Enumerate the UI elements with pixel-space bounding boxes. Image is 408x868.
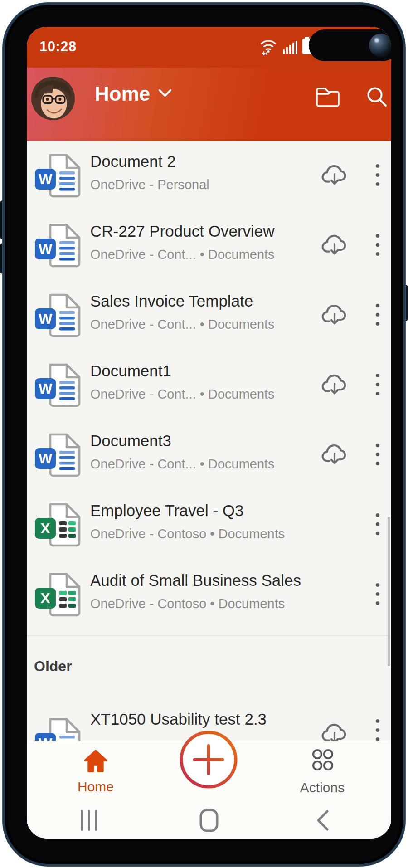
create-new-button[interactable]: [179, 730, 238, 790]
android-home-button[interactable]: [184, 806, 234, 835]
word-file-icon: W: [34, 432, 85, 478]
download-cloud-icon[interactable]: [321, 301, 349, 329]
download-cloud-icon[interactable]: [321, 161, 349, 189]
phone-screen: 10:28: [27, 27, 391, 839]
file-row-sales-invoice[interactable]: W Sales Invoice Template OneDrive - Cont…: [27, 281, 391, 351]
wifi-icon: [259, 37, 278, 58]
download-cloud-icon[interactable]: [321, 440, 349, 468]
actions-icon: [309, 747, 336, 775]
svg-text:W: W: [39, 450, 53, 467]
home-icon: [83, 748, 109, 775]
file-title: Document1: [90, 361, 275, 380]
more-options-button[interactable]: [369, 579, 386, 609]
file-location: OneDrive - Cont... • Documents: [90, 387, 275, 402]
nav-actions-button[interactable]: Actions: [277, 741, 368, 802]
file-title: Document 2: [90, 152, 209, 171]
chevron-down-icon: [158, 89, 172, 99]
more-options-button[interactable]: [369, 300, 386, 330]
file-row-employee-travel[interactable]: X Employee Travel - Q3 OneDrive - Contos…: [27, 490, 391, 560]
nav-home-button[interactable]: Home: [50, 741, 141, 802]
clock: 10:28: [39, 39, 77, 55]
back-button[interactable]: [297, 806, 347, 835]
camera-cutout: [309, 29, 391, 61]
app-header: Home: [27, 68, 391, 141]
svg-text:W: W: [39, 380, 53, 397]
file-location: OneDrive - Personal: [90, 177, 209, 192]
file-location: OneDrive - Cont... • Documents: [90, 317, 275, 332]
download-cloud-icon[interactable]: [321, 371, 349, 399]
status-bar: 10:28: [27, 27, 391, 68]
older-section-label: Older: [34, 658, 72, 675]
svg-text:X: X: [40, 520, 50, 536]
download-cloud-icon[interactable]: [321, 231, 349, 259]
android-nav-bar: [27, 802, 391, 839]
section-divider: [27, 635, 391, 636]
folder-icon[interactable]: [315, 84, 340, 109]
recents-button[interactable]: [64, 806, 114, 835]
scrollbar-thumb[interactable]: [388, 517, 390, 666]
more-options-button[interactable]: [369, 230, 386, 260]
excel-file-icon: X: [34, 502, 85, 548]
more-options-button[interactable]: [369, 160, 386, 190]
more-options-button[interactable]: [369, 439, 386, 469]
file-title: Audit of Small Business Sales: [90, 571, 301, 590]
front-camera-icon: [369, 34, 391, 57]
svg-text:W: W: [39, 171, 53, 187]
excel-file-icon: X: [34, 572, 85, 618]
file-row-document1[interactable]: W Document1 OneDrive - Cont... • Documen…: [27, 351, 391, 420]
file-title: Document3: [90, 431, 275, 450]
file-row-document-2[interactable]: W Document 2 OneDrive - Personal: [27, 141, 391, 211]
svg-text:W: W: [39, 311, 53, 327]
file-row-cr227[interactable]: W CR-227 Product Overview OneDrive - Con…: [27, 211, 391, 281]
file-row-document3[interactable]: W Document3 OneDrive - Cont... • Documen…: [27, 420, 391, 490]
svg-text:W: W: [39, 241, 53, 257]
word-file-icon: W: [34, 362, 85, 409]
file-row-audit-sales[interactable]: X Audit of Small Business Sales OneDrive…: [27, 560, 391, 630]
file-title: Sales Invoice Template: [90, 292, 275, 311]
signal-icon: [282, 37, 297, 58]
word-file-icon: W: [34, 223, 85, 269]
home-dropdown[interactable]: Home: [95, 83, 172, 105]
file-title: XT1050 Usability test 2.3: [90, 710, 267, 729]
nav-actions-label: Actions: [300, 780, 345, 795]
avatar[interactable]: [31, 77, 75, 120]
file-location: OneDrive - Cont... • Documents: [90, 457, 275, 472]
more-options-button[interactable]: [369, 509, 386, 539]
file-location: OneDrive - Contoso • Documents: [90, 527, 285, 541]
phone-frame: 10:28: [3, 3, 405, 866]
word-file-icon: W: [34, 153, 85, 199]
file-location: OneDrive - Cont... • Documents: [90, 247, 275, 262]
more-options-button[interactable]: [369, 370, 386, 400]
file-title: Employee Travel - Q3: [90, 501, 285, 520]
file-title: CR-227 Product Overview: [90, 222, 275, 241]
word-file-icon: W: [34, 293, 85, 339]
svg-text:X: X: [40, 590, 50, 606]
page-title: Home: [95, 83, 150, 105]
nav-home-label: Home: [78, 779, 114, 795]
file-location: OneDrive - Contoso • Documents: [90, 596, 301, 611]
search-icon[interactable]: [364, 84, 389, 109]
